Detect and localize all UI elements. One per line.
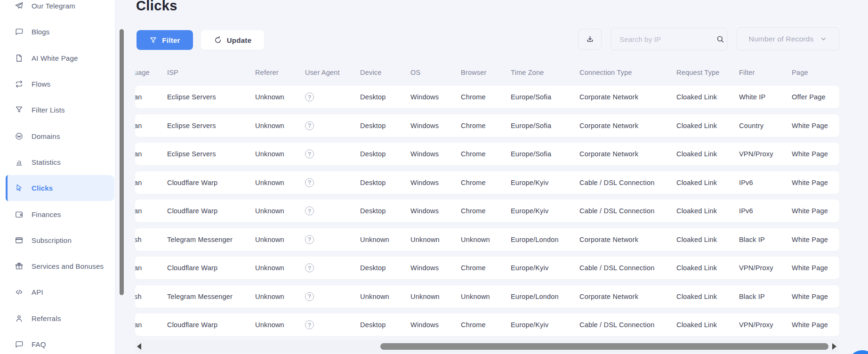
search-icon[interactable] bbox=[716, 35, 725, 44]
horizontal-scrollbar-thumb[interactable] bbox=[380, 343, 828, 350]
sidebar-item-label: Flows bbox=[32, 80, 50, 88]
cell-isp: Cloudflare Warp bbox=[167, 171, 217, 194]
cell-page: White Page bbox=[792, 114, 828, 137]
cell-isp: Eclipse Servers bbox=[167, 143, 216, 165]
cell-language: an bbox=[135, 114, 142, 137]
sidebar-item-filter-lists[interactable]: Filter Lists bbox=[0, 97, 115, 123]
sidebar-item-referrals[interactable]: Referrals bbox=[0, 306, 115, 331]
cell-filter: IPv6 bbox=[739, 200, 753, 222]
search-box bbox=[611, 28, 727, 50]
cell-time-zone: Europe/London bbox=[511, 285, 559, 308]
globe-icon bbox=[15, 132, 24, 141]
cell-connection-type: Corporate Network bbox=[579, 228, 638, 251]
cell-connection-type: Cable / DSL Connection bbox=[579, 257, 654, 279]
sidebar-item-subscription[interactable]: Subscription bbox=[0, 227, 115, 253]
sidebar-item-clicks[interactable]: Clicks bbox=[6, 175, 114, 201]
search-input[interactable] bbox=[611, 35, 716, 43]
cell-isp: Eclipse Servers bbox=[167, 86, 216, 108]
column-header-os: OS bbox=[410, 61, 420, 84]
cell-filter: VPN/Proxy bbox=[739, 257, 773, 279]
wallet-icon bbox=[15, 210, 24, 219]
cell-filter: VPN/Proxy bbox=[739, 143, 773, 165]
scroll-left-arrow[interactable] bbox=[137, 343, 141, 350]
question-icon[interactable]: ? bbox=[305, 93, 314, 102]
table-row: anCloudflare WarpUnknown?DesktopWindowsC… bbox=[135, 257, 839, 279]
cell-browser: Chrome bbox=[461, 314, 486, 336]
cell-device: Desktop bbox=[360, 200, 386, 222]
refresh-icon bbox=[214, 36, 222, 44]
sidebar-item-our-telegram[interactable]: Our Telegram bbox=[0, 0, 115, 19]
question-icon[interactable]: ? bbox=[305, 178, 314, 187]
cell-page: White Page bbox=[792, 257, 828, 279]
column-header-request-type: Request Type bbox=[676, 61, 720, 84]
cell-referer: Unknown bbox=[255, 171, 284, 194]
cell-referer: Unknown bbox=[255, 285, 284, 308]
download-icon bbox=[586, 35, 595, 44]
column-header-time-zone: Time Zone bbox=[511, 61, 544, 84]
sidebar-item-label: Statistics bbox=[32, 158, 61, 166]
records-select[interactable]: Number of Records bbox=[737, 27, 839, 50]
sidebar-item-api[interactable]: API bbox=[0, 279, 115, 305]
sidebar-vertical-scrollbar[interactable] bbox=[120, 29, 124, 295]
sidebar-item-label: Filter Lists bbox=[32, 106, 65, 114]
cell-connection-type: Cable / DSL Connection bbox=[579, 171, 654, 194]
cell-device: Desktop bbox=[360, 257, 386, 279]
cell-os: Unknown bbox=[410, 228, 440, 251]
chat-widget-button[interactable] bbox=[848, 350, 868, 354]
filter-button-label: Filter bbox=[162, 36, 180, 44]
column-header-device: Device bbox=[360, 61, 382, 84]
sidebar-item-finances[interactable]: Finances bbox=[0, 201, 115, 227]
question-icon[interactable]: ? bbox=[305, 321, 314, 330]
records-select-label: Number of Records bbox=[749, 35, 814, 43]
cell-time-zone: Europe/Kyiv bbox=[511, 257, 548, 279]
cell-referer: Unknown bbox=[255, 257, 284, 279]
sidebar-item-faq[interactable]: FAQ bbox=[0, 331, 115, 354]
funnel-icon bbox=[15, 105, 24, 114]
question-icon[interactable]: ? bbox=[305, 150, 314, 159]
cell-isp: Telegram Messenger bbox=[167, 228, 233, 251]
question-icon[interactable]: ? bbox=[305, 121, 314, 130]
column-header-language: uage bbox=[135, 61, 150, 84]
column-header-isp: ISP bbox=[167, 61, 178, 84]
download-button[interactable] bbox=[578, 29, 602, 50]
cell-time-zone: Europe/Kyiv bbox=[511, 314, 548, 336]
cell-filter: VPN/Proxy bbox=[739, 314, 773, 336]
cell-time-zone: Europe/Sofia bbox=[511, 86, 551, 108]
question-icon[interactable]: ? bbox=[305, 292, 314, 301]
cell-page: Offer Page bbox=[792, 86, 826, 108]
cell-time-zone: Europe/Sofia bbox=[511, 114, 551, 137]
question-icon[interactable]: ? bbox=[305, 207, 314, 216]
cell-request-type: Cloaked Link bbox=[676, 114, 717, 137]
cell-device: Desktop bbox=[360, 314, 386, 336]
sidebar-item-statistics[interactable]: Statistics bbox=[0, 149, 115, 175]
cell-connection-type: Corporate Network bbox=[579, 143, 638, 165]
cell-browser: Unknown bbox=[461, 285, 490, 308]
card-icon bbox=[15, 236, 24, 245]
cell-os: Windows bbox=[410, 114, 439, 137]
cell-request-type: Cloaked Link bbox=[676, 314, 717, 336]
scroll-right-arrow[interactable] bbox=[832, 343, 836, 350]
cell-os: Windows bbox=[410, 314, 439, 336]
telegram-icon bbox=[15, 1, 24, 10]
sidebar-item-flows[interactable]: Flows bbox=[0, 71, 115, 97]
cell-browser: Chrome bbox=[461, 114, 486, 137]
sidebar-item-label: AI White Page bbox=[32, 54, 78, 62]
sidebar-item-label: Domains bbox=[32, 132, 60, 140]
update-button[interactable]: Update bbox=[201, 30, 264, 50]
cell-browser: Chrome bbox=[461, 143, 486, 165]
cell-language: an bbox=[135, 143, 142, 165]
cell-browser: Chrome bbox=[461, 171, 486, 194]
cell-device: Unknown bbox=[360, 228, 389, 251]
question-icon[interactable]: ? bbox=[305, 264, 314, 273]
filter-button[interactable]: Filter bbox=[137, 30, 193, 50]
cell-referer: Unknown bbox=[255, 143, 284, 165]
question-icon[interactable]: ? bbox=[305, 235, 314, 244]
sidebar-item-domains[interactable]: Domains bbox=[0, 123, 115, 149]
sidebar-item-blogs[interactable]: Blogs bbox=[0, 19, 115, 45]
sidebar-item-services-and-bonuses[interactable]: Services and Bonuses bbox=[0, 253, 115, 279]
sidebar-item-ai-white-page[interactable]: AI White Page bbox=[0, 45, 115, 71]
cell-device: Desktop bbox=[360, 86, 386, 108]
table-row: anCloudflare WarpUnknown?DesktopWindowsC… bbox=[135, 200, 839, 222]
cell-language: sh bbox=[135, 285, 142, 308]
bar-chart-icon bbox=[15, 158, 24, 167]
